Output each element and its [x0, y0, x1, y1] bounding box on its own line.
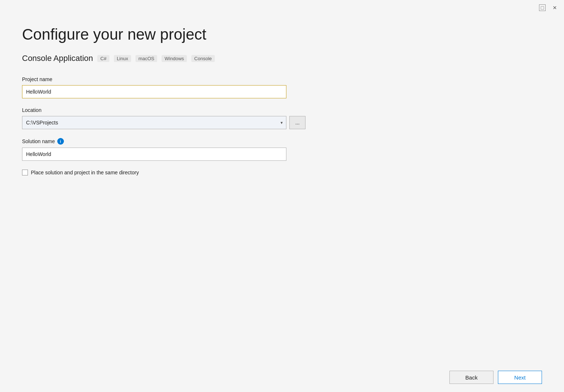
same-directory-label[interactable]: Place solution and project in the same d…	[31, 170, 139, 175]
location-select[interactable]: C:\VSProjects	[22, 116, 286, 129]
solution-name-info-icon[interactable]: i	[57, 138, 64, 145]
tag-console: Console	[191, 55, 215, 62]
location-label: Location	[22, 107, 542, 113]
tag-windows: Windows	[162, 55, 187, 62]
tag-csharp: C#	[97, 55, 109, 62]
subtitle-row: Console Application C# Linux macOS Windo…	[22, 54, 542, 63]
same-directory-checkbox-row: Place solution and project in the same d…	[22, 170, 542, 175]
solution-name-label: Solution name i	[22, 138, 542, 145]
project-name-input[interactable]	[22, 85, 286, 98]
same-directory-checkbox[interactable]	[22, 170, 28, 175]
tag-macos: macOS	[135, 55, 157, 62]
title-bar: □ ✕	[533, 0, 564, 15]
bottom-bar: Back Next	[0, 363, 564, 392]
location-row: C:\VSProjects ▼ ...	[22, 116, 542, 129]
project-name-section: Project name	[22, 76, 542, 98]
close-button[interactable]: ✕	[552, 4, 558, 11]
app-type-name: Console Application	[22, 54, 93, 63]
main-content: Configure your new project Console Appli…	[22, 15, 542, 392]
browse-button[interactable]: ...	[289, 116, 306, 129]
maximize-button[interactable]: □	[539, 4, 546, 11]
tag-linux: Linux	[114, 55, 131, 62]
location-section: Location C:\VSProjects ▼ ...	[22, 107, 542, 129]
location-select-wrapper: C:\VSProjects ▼	[22, 116, 286, 129]
back-button[interactable]: Back	[449, 371, 494, 384]
page-title: Configure your new project	[22, 26, 542, 43]
solution-name-section: Solution name i	[22, 138, 542, 161]
next-button[interactable]: Next	[498, 371, 542, 384]
solution-name-input[interactable]	[22, 148, 286, 161]
project-name-label: Project name	[22, 76, 542, 82]
